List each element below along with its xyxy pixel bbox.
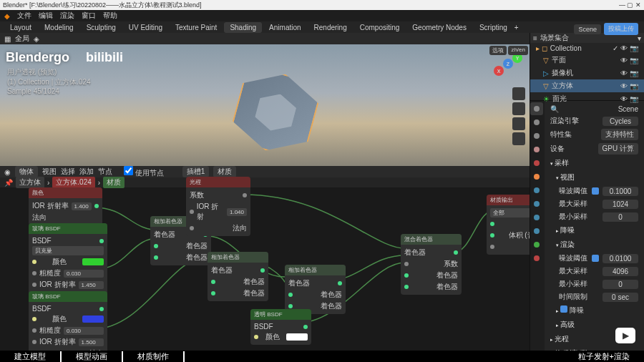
scene-info: Scene 投稿上传	[574, 23, 638, 35]
perspective-icon[interactable]	[512, 132, 525, 145]
move-icon[interactable]	[512, 102, 525, 115]
tab-object[interactable]	[530, 170, 543, 183]
editor-type-icon[interactable]: ▦	[4, 35, 11, 43]
tab-world[interactable]	[530, 157, 543, 170]
tab-particles[interactable]	[530, 197, 543, 210]
node-material-output[interactable]: 材质输出 全部 表面 体积 (音量) 置换	[487, 195, 530, 255]
noise-checkbox-2[interactable]	[592, 255, 599, 262]
noise-checkbox[interactable]	[592, 187, 599, 195]
tab-physics[interactable]	[530, 211, 543, 224]
chapter-4[interactable]: 粒子发射+渲染	[564, 351, 644, 362]
tab-constraints[interactable]	[530, 225, 543, 238]
bc-object-data[interactable]: 立方体.024	[52, 177, 94, 188]
slot-dropdown[interactable]: 插槽1	[182, 166, 210, 177]
node-editor[interactable]: ◉ 物体 视图 选择 添加 节点 使用节点 插槽1 材质 📌 立方体 › 立方体…	[0, 166, 530, 351]
engine-dropdown[interactable]: Cycles	[602, 117, 638, 126]
right-panel: ≡ 场景集合 ▾ ▸ ◻Collection✓ 👁 📷 ▽平面👁 📷 ▷摄像机👁…	[530, 33, 644, 351]
menu-help[interactable]: 帮助	[103, 11, 117, 21]
gizmo-z-axis[interactable]: Z	[503, 59, 513, 69]
chapter-2[interactable]: 模型动画	[62, 351, 123, 362]
node-add-shader-3[interactable]: 相加着色器 着色器 着色器 着色器	[285, 265, 346, 314]
node-add-shader-2[interactable]: 相加着色器 着色器 着色器 着色器	[208, 252, 268, 301]
video-chapters: 建立模型 模型动画 材质制作 粒子发射+渲染	[0, 351, 644, 362]
node-mix-shader[interactable]: 混合着色器 着色器 系数 着色器 着色器	[401, 234, 462, 295]
menu-view[interactable]: 视图	[42, 167, 57, 177]
outliner[interactable]: ≡ 场景集合 ▾ ▸ ◻Collection✓ 👁 📷 ▽平面👁 📷 ▷摄像机👁…	[530, 33, 644, 101]
outliner-icon[interactable]: ≡	[533, 34, 537, 42]
scene-dropdown[interactable]: Scene	[574, 24, 601, 34]
zoom-icon[interactable]	[512, 87, 525, 100]
snap-icon[interactable]: ◈	[34, 35, 39, 43]
section-denoise-render[interactable]: 降噪	[547, 303, 641, 318]
menu-window[interactable]: 窗口	[82, 11, 96, 21]
ws-geonodes[interactable]: Geometry Nodes	[406, 22, 472, 33]
menu-add[interactable]: 添加	[79, 167, 94, 177]
glass2-color[interactable]	[82, 315, 104, 323]
ws-compositing[interactable]: Compositing	[354, 22, 406, 33]
ior-field[interactable]: 1.400	[72, 202, 92, 210]
device-dropdown[interactable]: GPU 计算	[598, 143, 638, 155]
trans-color[interactable]	[286, 333, 308, 341]
outliner-item[interactable]: ▸ ◻Collection✓ 👁 📷	[530, 43, 644, 54]
chapter-3[interactable]: 材质制作	[123, 351, 185, 362]
upload-button[interactable]: 投稿上传	[604, 23, 638, 35]
material-dropdown[interactable]: 材质	[213, 166, 236, 177]
menu-file[interactable]: 文件	[17, 11, 31, 21]
filter-icon[interactable]: ▾	[638, 34, 641, 42]
node-transparent[interactable]: 透明 BSDF BSDF 颜色	[250, 309, 311, 345]
menu-edit[interactable]: 编辑	[39, 11, 53, 21]
use-nodes-checkbox[interactable]	[124, 166, 133, 175]
section-sampling[interactable]: 采样	[547, 156, 641, 170]
tab-scene[interactable]	[530, 143, 543, 156]
section-render[interactable]: 渲染	[547, 238, 641, 252]
section-denoise-vp[interactable]: 降噪	[547, 223, 641, 238]
camera-icon[interactable]	[512, 117, 525, 130]
node-glass2-head: 玻璃 BSDF	[29, 291, 107, 302]
outliner-item[interactable]: ▽立方体👁 📷	[530, 79, 644, 92]
ws-sculpting[interactable]: Sculpting	[81, 22, 122, 33]
editor-icon[interactable]: ◉	[4, 168, 11, 176]
node-light-path[interactable]: 光程 系数 IOR 折射1.040 法向	[186, 177, 250, 236]
node-glass-2[interactable]: 玻璃 BSDF BSDF 颜色 粗糙度0.030 IOR 折射率1.500 法向	[29, 291, 107, 351]
vp-options[interactable]: 选项	[489, 46, 507, 55]
outliner-item[interactable]: ▷摄像机👁 📷	[530, 67, 644, 79]
bilibili-icon[interactable]: ▶	[615, 328, 635, 343]
menubar: ◆ 文件 编辑 渲染 窗口 帮助	[0, 10, 644, 21]
vp-lang[interactable]: zh/en	[508, 46, 528, 55]
ws-layout[interactable]: Layout	[4, 22, 37, 33]
node-value[interactable]: 颜色 IOR 折射率1.400 法向	[29, 187, 102, 225]
mode-dropdown[interactable]: 物体	[15, 166, 38, 177]
glass1-distrib[interactable]: 贝克曼	[32, 246, 104, 255]
orientation-dropdown[interactable]: 全局	[15, 34, 29, 44]
ws-modeling[interactable]: Modeling	[39, 22, 79, 33]
feature-dropdown[interactable]: 支持特性	[601, 129, 638, 140]
tab-modifiers[interactable]	[530, 184, 543, 197]
ws-texpaint[interactable]: Texture Paint	[170, 22, 223, 33]
chapter-1[interactable]: 建立模型	[0, 351, 62, 362]
tab-view[interactable]	[530, 129, 543, 142]
ws-animation[interactable]: Animation	[263, 22, 306, 33]
ws-scripting[interactable]: Scripting	[474, 22, 513, 33]
menu-node[interactable]: 节点	[98, 167, 112, 177]
tab-render[interactable]	[530, 102, 543, 115]
ws-shading[interactable]: Shading	[224, 22, 262, 33]
ws-rendering[interactable]: Rendering	[308, 22, 353, 33]
tab-material[interactable]	[530, 252, 543, 265]
outliner-item[interactable]: ▽平面👁 📷	[530, 54, 644, 67]
tab-output[interactable]	[530, 116, 543, 129]
glass1-color[interactable]	[82, 258, 104, 265]
ws-uv[interactable]: UV Editing	[123, 22, 168, 33]
search-icon[interactable]: 🔍	[550, 105, 559, 113]
tab-data[interactable]	[530, 238, 543, 251]
menu-render[interactable]: 渲染	[60, 11, 74, 21]
bc-material[interactable]: 材质	[103, 177, 125, 188]
bc-object[interactable]: 立方体	[16, 177, 44, 188]
add-workspace-icon[interactable]: +	[514, 24, 519, 31]
gizmo-x-axis[interactable]: X	[494, 66, 504, 76]
section-viewport[interactable]: 视图	[547, 170, 641, 185]
viewport-3d[interactable]: Blendergo bilibili 用户透视 (预览) (1) Collect…	[0, 44, 530, 166]
viewport-toolbar: ▦ 全局 ◈	[0, 33, 530, 44]
window-controls[interactable]: — ▢ ✕	[619, 1, 641, 9]
pin-icon[interactable]: 📌	[4, 179, 13, 187]
menu-select[interactable]: 选择	[61, 167, 75, 177]
